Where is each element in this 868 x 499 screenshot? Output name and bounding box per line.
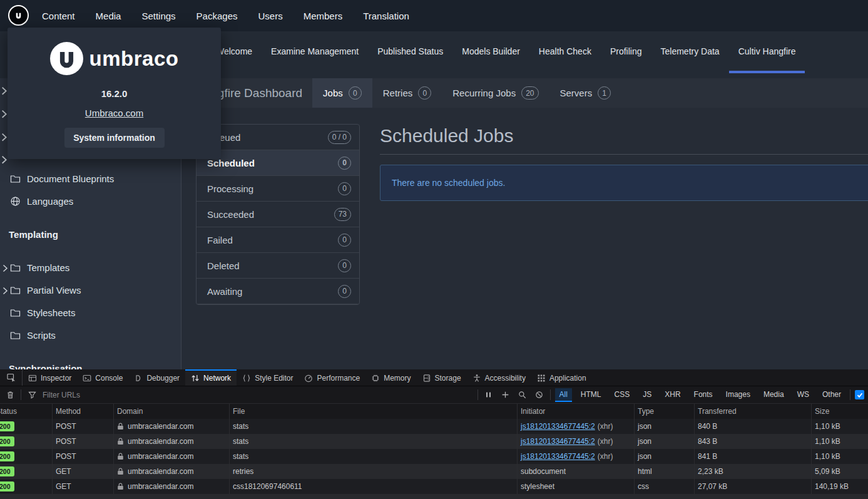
hangfire-tab[interactable]: Servers 1	[549, 78, 622, 108]
pause-icon[interactable]	[483, 389, 495, 401]
pick-element-icon[interactable]	[0, 369, 23, 386]
performance-icon	[304, 374, 313, 383]
job-state-row[interactable]: Processing 0	[197, 176, 359, 202]
job-state-row[interactable]: Succeeded 73	[197, 202, 359, 227]
umbraco-logo-button[interactable]	[8, 5, 29, 26]
topnav-item[interactable]: Settings	[141, 11, 175, 21]
job-state-label: Deleted	[207, 260, 240, 271]
hangfire-tab-count-badge: 0	[418, 86, 431, 100]
devtools-tab[interactable]: Debugger	[128, 369, 185, 386]
filter-urls-input[interactable]	[43, 391, 473, 399]
section-tab[interactable]: Examine Management	[262, 31, 368, 73]
network-table-body: 200 POST umbracalendar.com stats js18120…	[0, 419, 868, 499]
disable-cache-checkbox[interactable]	[855, 390, 864, 399]
devtools-tab[interactable]: Application	[531, 369, 592, 386]
request-type-filter[interactable]: Other	[818, 388, 845, 402]
request-type-filter[interactable]: Images	[722, 388, 755, 402]
column-header-status[interactable]: Status	[0, 404, 53, 419]
request-type-filter[interactable]: XHR	[660, 388, 685, 402]
request-type-filter[interactable]: CSS	[610, 388, 635, 402]
sidebar-item-label: Partial Views	[27, 285, 81, 296]
section-tab[interactable]: Health Check	[529, 31, 601, 73]
hangfire-tab[interactable]: Retries 0	[372, 78, 442, 108]
devtools-tab[interactable]: Console	[77, 369, 128, 386]
devtools-tab[interactable]: Style Editor	[237, 369, 299, 386]
topnav-item[interactable]: Content	[42, 11, 75, 21]
job-state-row[interactable]: Awaiting 0	[197, 279, 359, 304]
job-state-row[interactable]: Scheduled 0	[197, 150, 359, 176]
topnav-item[interactable]: Packages	[197, 11, 238, 21]
tree-chevron-icon[interactable]	[1, 133, 8, 141]
toolbar-separator	[477, 389, 478, 400]
column-header-method[interactable]: Method	[53, 404, 114, 419]
request-type-filter[interactable]: Fonts	[690, 388, 717, 402]
section-tab[interactable]: Models Builder	[452, 31, 529, 73]
devtools-tab[interactable]: Memory	[365, 369, 416, 386]
hangfire-tab[interactable]: Recurring Jobs 20	[442, 78, 549, 108]
network-row[interactable]: 200 POST umbracalendar.com stats js18120…	[0, 434, 868, 449]
job-state-row[interactable]: Failed 0	[197, 227, 359, 253]
network-row[interactable]: 200 POST umbracalendar.com stats js18120…	[0, 419, 868, 434]
column-header-domain[interactable]: Domain	[114, 404, 230, 419]
column-header-size[interactable]: Size	[812, 404, 868, 419]
section-tab[interactable]: Telemetry Data	[651, 31, 729, 73]
secure-lock-icon	[117, 438, 124, 445]
sidebar-item[interactable]: Templates	[0, 256, 181, 279]
request-type-filter[interactable]: Media	[759, 388, 789, 402]
search-icon[interactable]	[516, 389, 529, 401]
topnav-item[interactable]: Translation	[363, 11, 409, 21]
tree-chevron-icon[interactable]	[1, 86, 8, 95]
sidebar-item[interactable]: Scripts	[0, 324, 181, 346]
hangfire-tab[interactable]: Jobs 0	[312, 78, 372, 108]
add-icon[interactable]	[499, 389, 512, 401]
popup-logo-row: umbraco	[50, 42, 179, 75]
section-tab[interactable]: Cultiv Hangfire	[729, 31, 805, 73]
column-header-transferred[interactable]: Transferred	[695, 404, 812, 419]
tree-expand-chevron-icon[interactable]	[3, 264, 8, 271]
network-row[interactable]: 200 GET umbracalendar.com retries subdoc…	[0, 464, 868, 479]
sidebar-item-label: Languages	[27, 196, 73, 207]
request-type-filter[interactable]: JS	[638, 388, 656, 402]
initiator-link[interactable]: js181201334677445:2	[521, 437, 595, 446]
sidebar-item[interactable]: Templating	[0, 223, 181, 245]
job-state-row[interactable]: Queued 0 / 0	[197, 125, 359, 150]
initiator-link[interactable]: js181201334677445:2	[521, 452, 595, 461]
clear-requests-icon[interactable]	[4, 389, 16, 401]
devtools-tab[interactable]: Storage	[417, 369, 467, 386]
request-type-filter[interactable]: HTML	[576, 388, 606, 402]
tree-chevron-icon[interactable]	[1, 110, 8, 118]
devtools-tab[interactable]: Performance	[299, 369, 365, 386]
section-tab[interactable]: Profiling	[601, 31, 651, 73]
sidebar-item[interactable]: Synchronisation	[0, 357, 181, 369]
request-type-filter[interactable]: WS	[793, 388, 814, 402]
domain-cell: umbracalendar.com	[114, 449, 230, 464]
sidebar-item[interactable]: Partial Views	[0, 279, 181, 301]
sidebar-item[interactable]: Stylesheets	[0, 301, 181, 324]
job-state-row[interactable]: Deleted 0	[197, 253, 359, 279]
section-tab[interactable]: Published Status	[368, 31, 452, 73]
initiator-link[interactable]: js181201334677445:2	[521, 422, 595, 431]
column-header-type[interactable]: Type	[635, 404, 695, 419]
devtools-tab[interactable]: Inspector	[23, 369, 77, 386]
network-row[interactable]: 200 POST umbracalendar.com stats js18120…	[0, 449, 868, 464]
request-type-filter[interactable]: All	[555, 388, 572, 402]
column-header-initiator[interactable]: Initiator	[518, 404, 635, 419]
column-header-file[interactable]: File	[230, 404, 518, 419]
devtools-tab-label: Inspector	[41, 374, 71, 383]
section-tabs: Welcome Examine Management Published Sta…	[207, 31, 805, 73]
sidebar-item[interactable]: Languages	[0, 190, 181, 212]
devtools-tab[interactable]: Accessibility	[467, 369, 531, 386]
tree-expand-chevron-icon[interactable]	[3, 286, 8, 294]
devtools-tab[interactable]: Network	[185, 369, 237, 386]
umbraco-com-link[interactable]: Umbraco.com	[85, 108, 143, 118]
network-row[interactable]: 200 GET umbracalendar.com css18120697460…	[0, 479, 868, 494]
devtools-panel: Inspector Console Debugger Network	[0, 369, 868, 499]
system-information-button[interactable]: System information	[64, 128, 165, 148]
filter-funnel-icon	[26, 389, 38, 401]
tree-chevron-icon[interactable]	[1, 155, 8, 163]
topnav-item[interactable]: Members	[304, 11, 343, 21]
topnav-item[interactable]: Users	[258, 11, 282, 21]
topnav-item[interactable]: Media	[96, 11, 121, 21]
block-icon[interactable]	[533, 389, 546, 401]
sidebar-item[interactable]: Document Blueprints	[0, 167, 181, 190]
